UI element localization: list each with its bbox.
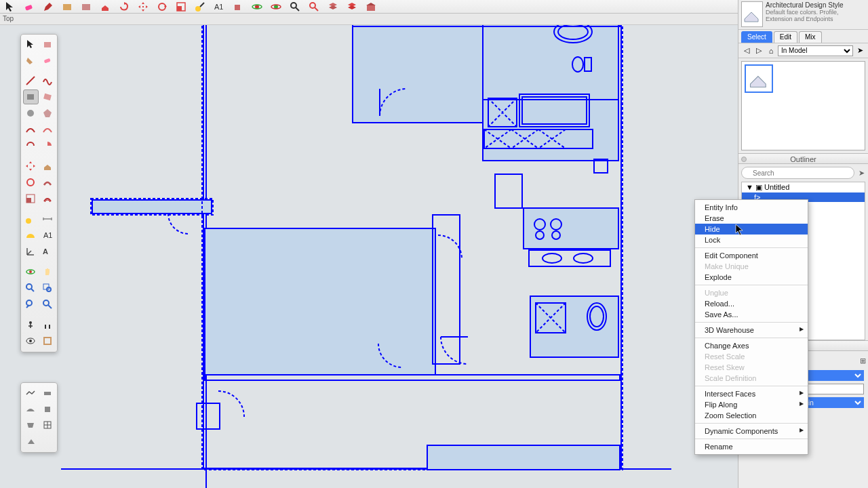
circle-tool[interactable]	[23, 106, 39, 121]
paint-tool[interactable]	[23, 53, 39, 68]
line-tool[interactable]	[23, 73, 39, 88]
arc-tool[interactable]	[23, 122, 39, 137]
nav-send-icon[interactable]: ➤	[854, 45, 865, 56]
ctx-intersect[interactable]: Intersect Faces	[695, 388, 808, 399]
layers-stack-icon[interactable]	[326, 1, 340, 13]
svg-point-70	[26, 284, 32, 289]
ctx-erase[interactable]: Erase	[695, 213, 808, 224]
orbit-green-icon[interactable]	[269, 1, 283, 13]
pencil-icon[interactable]	[41, 1, 56, 13]
style-thumb-1[interactable]	[745, 64, 773, 93]
outliner-search-input[interactable]	[741, 167, 854, 179]
ctx-hide[interactable]: Hide	[695, 224, 808, 235]
undo-icon[interactable]	[117, 1, 132, 13]
ctx-flip[interactable]: Flip Along	[695, 399, 808, 410]
orbit-tool[interactable]	[23, 264, 39, 279]
ctx-rename[interactable]: Rename	[695, 441, 808, 452]
svg-rect-78	[44, 338, 51, 344]
protractor-tool[interactable]	[23, 228, 39, 243]
3dtext-tool[interactable]: A	[40, 244, 56, 259]
layers-red-icon[interactable]	[344, 1, 359, 13]
ctx-3d-warehouse[interactable]: 3D Warehouse	[695, 325, 808, 336]
outliner-root-node[interactable]: ▼ ▣ Untitled	[742, 182, 865, 192]
polygon-tool[interactable]	[40, 106, 56, 121]
svg-rect-0	[25, 4, 33, 10]
freehand-tool[interactable]	[40, 73, 56, 88]
select-tool[interactable]	[23, 37, 39, 52]
pie-tool[interactable]	[40, 138, 56, 153]
look-tool[interactable]	[23, 333, 39, 348]
rotate-icon[interactable]	[155, 1, 170, 13]
tape-tool[interactable]	[23, 211, 39, 226]
sandbox-smoove-tool[interactable]	[23, 401, 39, 416]
scale-icon[interactable]	[174, 1, 189, 13]
orbit-red-icon[interactable]	[250, 1, 264, 13]
style-thumbnails[interactable]	[741, 61, 865, 150]
nav-home-icon[interactable]: ⌂	[766, 45, 776, 56]
paint-bucket-icon[interactable]	[79, 1, 94, 13]
position-camera-tool[interactable]	[23, 317, 39, 332]
move-tool[interactable]	[23, 159, 39, 174]
ctx-zoom-selection[interactable]: Zoom Selection	[695, 410, 808, 421]
tape-measure-icon[interactable]	[193, 1, 208, 13]
zoom-window-tool[interactable]	[40, 281, 56, 296]
pushpull-tool[interactable]	[40, 159, 56, 174]
text-icon[interactable]: A1	[212, 1, 226, 13]
eraser-pink-icon[interactable]	[22, 1, 37, 13]
nav-back-icon[interactable]: ◁	[741, 45, 752, 56]
section-tool[interactable]	[40, 333, 56, 348]
arc2-tool[interactable]	[40, 122, 56, 137]
svg-rect-53	[495, 174, 522, 208]
tab-mix[interactable]: Mix	[799, 31, 822, 43]
zoom-icon[interactable]	[288, 1, 302, 13]
rotate-tool[interactable]	[23, 175, 39, 190]
dimension-tool[interactable]	[40, 211, 56, 226]
move-icon[interactable]	[136, 1, 151, 13]
zoom-extents-icon[interactable]	[307, 1, 321, 13]
sandbox-contours-tool[interactable]	[23, 385, 39, 400]
sandbox-scratch-tool[interactable]	[40, 385, 56, 400]
ctx-edit-component[interactable]: Edit Component	[695, 250, 808, 261]
followme-tool[interactable]	[40, 175, 56, 190]
rectangle-tool[interactable]	[23, 89, 39, 104]
tab-edit[interactable]: Edit	[774, 31, 797, 43]
ctx-reload[interactable]: Reload...	[695, 298, 808, 309]
svg-rect-19	[205, 228, 435, 375]
push-pull-icon[interactable]	[98, 1, 113, 13]
sandbox-stamp-tool[interactable]	[40, 401, 56, 416]
ctx-save-as[interactable]: Save As...	[695, 309, 808, 320]
arc3-tool[interactable]	[23, 138, 39, 153]
paint-can-icon[interactable]	[231, 1, 245, 13]
ctx-dynamic-components[interactable]: Dynamic Components	[695, 426, 808, 436]
ctx-entity-info[interactable]: Entity Info	[695, 202, 808, 213]
text-tool[interactable]: A1	[40, 228, 56, 243]
sandbox-detail-tool[interactable]	[40, 418, 56, 432]
style-thumbnail[interactable]	[741, 1, 763, 27]
outliner-menu-icon[interactable]: ➤	[857, 167, 865, 179]
sandbox-flip-tool[interactable]	[23, 434, 39, 449]
scale-tool[interactable]	[23, 191, 39, 206]
eraser-tool[interactable]	[40, 53, 56, 68]
select-cursor-icon[interactable]	[3, 1, 18, 13]
style-location-select[interactable]: In Model	[778, 45, 853, 56]
nav-fwd-icon[interactable]: ▷	[753, 45, 764, 56]
ctx-change-axes[interactable]: Change Axes	[695, 340, 808, 351]
entity-pin-icon[interactable]: ⊞	[857, 355, 868, 366]
walk-tool[interactable]	[40, 317, 56, 332]
paint-folder-icon[interactable]	[60, 1, 75, 13]
outliner-close-icon[interactable]	[741, 157, 747, 162]
warehouse-icon[interactable]	[363, 1, 378, 13]
drawing-canvas[interactable]	[0, 24, 738, 488]
axes-tool[interactable]	[23, 244, 39, 259]
ctx-lock[interactable]: Lock	[695, 235, 808, 245]
component-tool[interactable]	[40, 37, 56, 52]
zoom-tool[interactable]	[23, 281, 39, 296]
ctx-explode[interactable]: Explode	[695, 272, 808, 283]
zoom-prev-tool[interactable]	[23, 297, 39, 312]
pan-tool[interactable]	[40, 264, 56, 279]
sandbox-drape-tool[interactable]	[23, 418, 39, 432]
offset-tool[interactable]	[40, 191, 56, 206]
zoom-extents-tool[interactable]	[40, 297, 56, 312]
rotated-rect-tool[interactable]	[40, 89, 56, 104]
tab-select[interactable]: Select	[741, 31, 772, 43]
